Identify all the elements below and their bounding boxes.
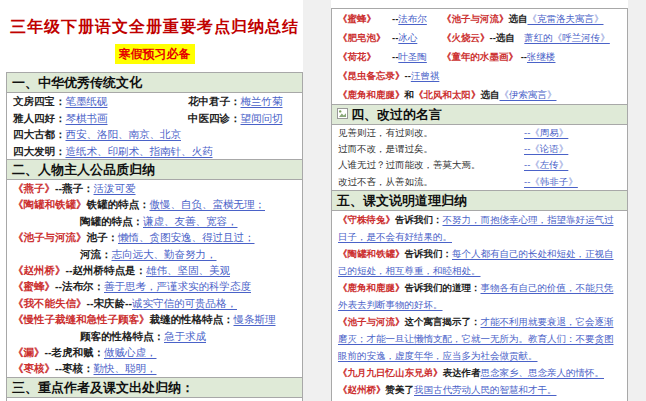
section-header-4-label: 四、改过的名言 <box>351 107 442 122</box>
answer-text: 诚实守信的可贵品格， <box>132 297 237 309</box>
quote-text: 人谁无过？过而能改，善莫大焉。 <box>338 159 481 170</box>
content-row: 见善则迁，有过则改。--《周易》 <box>332 125 627 141</box>
label-text: 雅人四好： <box>13 112 66 124</box>
content-row: 《漏》--老虎和贼：做贼心虚， <box>7 344 302 360</box>
content-row: 《池子与河流》池子：懒惰、贪图安逸、得过且过； <box>7 229 302 245</box>
book-title: 《童年的水墨画》 <box>442 51 518 62</box>
row-cell: 《肥皂泡》 <box>338 28 392 47</box>
book-title: 《蜜蜂》 <box>338 13 376 24</box>
right-page-column: 《蜜蜂》--法布尔《池子与河流》选自《克雷洛夫寓言》《肥皂泡》--冰心《火烧云》… <box>331 0 628 401</box>
answer-text: 汪曾祺 <box>411 70 440 81</box>
row-cell: 《慢性子裁缝和急性子顾客》裁缝的性格特点：慢条斯理 <box>13 311 296 327</box>
content-row: 文房四宝：笔墨纸砚花中君子：梅兰竹菊 <box>7 93 302 110</box>
row-cell: 《荷花》 <box>338 47 392 66</box>
section-2-rows: 《燕子》--燕子：活泼可爱《陶罐和铁罐》铁罐的特点：傲慢、自负、蛮横无理；陶罐的… <box>7 180 302 377</box>
label-text: 花中君子： <box>188 95 241 107</box>
moral-paragraph: 《鹿角和鹿腿》告诉我们的道理：事物各有自己的价值，不能只凭外表去判断事物的好坏。 <box>332 279 627 313</box>
answer-text: 《伊索寓言》 <box>500 89 557 100</box>
answer-text: 望闻问切 <box>241 112 283 124</box>
label-text: 铁罐的特点： <box>87 198 150 210</box>
content-row: 陶罐的特点：谦虚、友善、宽容， <box>7 213 302 229</box>
label-text: 这个寓言揭示了： <box>405 316 481 327</box>
authors-rows: 《蜜蜂》--法布尔《池子与河流》选自《克雷洛夫寓言》《肥皂泡》--冰心《火烧云》… <box>332 9 627 104</box>
label-text: 文房四宝： <box>13 95 66 107</box>
label-text: --法布尔： <box>55 280 104 292</box>
answer-text: 做贼心虚， <box>104 346 157 358</box>
left-page-column: 三年级下册语文全册重要考点归纳总结 寒假预习必备 一、中华优秀传统文化 文房四宝… <box>6 0 303 401</box>
section-header-5-label: 五、课文说明道理归纳 <box>337 193 467 208</box>
quote-text: 见善则迁，有过则改。 <box>338 127 433 138</box>
row-cell: --叶圣陶 <box>392 47 442 66</box>
row-cell: 《池子与河流》池子：懒惰、贪图安逸、得过且过； <box>13 229 296 245</box>
section-5-paragraphs: 《守株待兔》告诉我们：不努力，而抱侥幸心理，指望靠好运气过日子，是不会有好结果的… <box>332 211 627 401</box>
row-cell: 《赵州桥》--赵州桥特点是：雄伟、坚固、美观 <box>13 262 296 278</box>
label-text: -- <box>518 51 527 62</box>
row-cell: 《蜜蜂》 <box>338 9 392 28</box>
book-title: 《火烧云》 <box>442 32 490 43</box>
label-text: 告诉我们： <box>405 248 453 259</box>
row-cell: 《鹿角和鹿腿》和《北风和太阳》选自《伊索寓言》 <box>338 85 621 104</box>
row-cell: 《燕子》--燕子：活泼可爱 <box>13 180 296 196</box>
label-text: 选自 <box>481 89 500 100</box>
row-cell: 《枣核》--枣核：勤快、聪明， <box>13 360 296 376</box>
row-cell: 人谁无过？过而能改，善莫大焉。 <box>338 157 524 173</box>
row-cell: 《漏》--老虎和贼：做贼心虚， <box>13 344 296 360</box>
row-cell: 四大古都：西安、洛阳、南京、北京 <box>13 126 296 143</box>
book-title: 《漏》 <box>13 346 45 358</box>
row-cell: 《我不能失信》--宋庆龄--诚实守信的可贵品格， <box>13 295 296 311</box>
row-cell: 四大发明：造纸术、印刷术、指南针、火药 <box>13 143 296 160</box>
label-text: 顾客的性格特点： <box>80 330 164 342</box>
row-cell: 顾客的性格特点：急于求成 <box>80 328 296 344</box>
row-cell: --《论语》 <box>524 141 621 157</box>
answer-text: 勤快、聪明， <box>94 362 157 374</box>
row-cell: 花中君子：梅兰竹菊 <box>188 93 296 110</box>
label-text: --选自 <box>490 32 525 43</box>
book-title: 《鹿角和鹿腿》 <box>338 89 405 100</box>
label-text: --枣核： <box>55 362 94 374</box>
book-title: 《赵州桥》 <box>338 384 386 395</box>
content-row: 《赵州桥》--赵州桥特点是：雄伟、坚固、美观 <box>7 262 302 278</box>
answer-text: 思念家乡、思念亲人的情怀。 <box>481 367 605 378</box>
content-row: 《肥皂泡》--冰心《火烧云》--选自 萧红的《呼兰河传》 <box>332 28 627 47</box>
book-title: 《肥皂泡》 <box>338 32 386 43</box>
label-text: --燕子： <box>55 182 94 194</box>
label-text: 赞美了 <box>386 384 415 395</box>
row-cell: 河流：志向远大、勤奋努力， <box>80 246 296 262</box>
moral-paragraph: 《陶罐和铁罐》告诉我们：每个人都有自己的长处和短处，正视自己的短处，相互尊重，和… <box>332 245 627 279</box>
page-gutter <box>303 0 331 401</box>
answer-text: 法布尔 <box>398 13 427 24</box>
section-header-5: 五、课文说明道理归纳 <box>332 190 627 211</box>
row-cell: --法布尔 <box>392 9 442 28</box>
row-cell: 陶罐的特点：谦虚、友善、宽容， <box>80 213 296 229</box>
row-cell: 文房四宝：笔墨纸砚 <box>13 93 188 110</box>
answer-text: 志向远大、勤奋努力， <box>112 248 217 260</box>
label-text: 告诉我们： <box>395 214 443 225</box>
table-bottom-spacer <box>7 398 302 401</box>
label-text: 告诉我们的道理： <box>405 282 481 293</box>
row-cell: 中医四诊：望闻问切 <box>188 110 296 127</box>
section-header-2-label: 二、人物主人公品质归纳 <box>12 162 155 177</box>
answer-text: 笔墨纸砚 <box>66 95 108 107</box>
book-title: 《陶罐和铁罐》 <box>13 198 87 210</box>
label-text: 陶罐的特点： <box>80 215 143 227</box>
label-text: 选自 <box>509 13 528 24</box>
book-title: 《池子与河流》 <box>442 13 509 24</box>
content-row: 《荷花》--叶圣陶《童年的水墨画》 --张继楼 <box>332 47 627 66</box>
label-text: 裁缝的性格特点： <box>150 313 234 325</box>
book-title: 《池子与河流》 <box>13 231 87 243</box>
content-row: 四大发明：造纸术、印刷术、指南针、火药 <box>7 143 302 160</box>
row-cell: 见善则迁，有过则改。 <box>338 125 524 141</box>
label-text: 表达作者 <box>443 367 481 378</box>
content-row: 《鹿角和鹿腿》和《北风和太阳》选自《伊索寓言》 <box>332 85 627 104</box>
row-cell: 改过不吝，从善如流。 <box>338 174 524 190</box>
content-row: 《燕子》--燕子：活泼可爱 <box>7 180 302 196</box>
book-title: 《守株待兔》 <box>338 214 395 225</box>
answer-text: --《韩非子》 <box>524 176 578 187</box>
label-text: 中医四诊： <box>188 112 241 124</box>
book-title: 《鹿角和鹿腿》 <box>338 282 405 293</box>
row-cell: --冰心 <box>392 28 442 47</box>
content-row: 顾客的性格特点：急于求成 <box>7 328 302 344</box>
moral-paragraph: 《九月九日忆山东兄弟》表达作者思念家乡、思念亲人的情怀。 <box>332 364 627 381</box>
content-row: 《蜜蜂》--法布尔《池子与河流》选自《克雷洛夫寓言》 <box>332 9 627 28</box>
label-text: --老虎和贼： <box>45 346 105 358</box>
